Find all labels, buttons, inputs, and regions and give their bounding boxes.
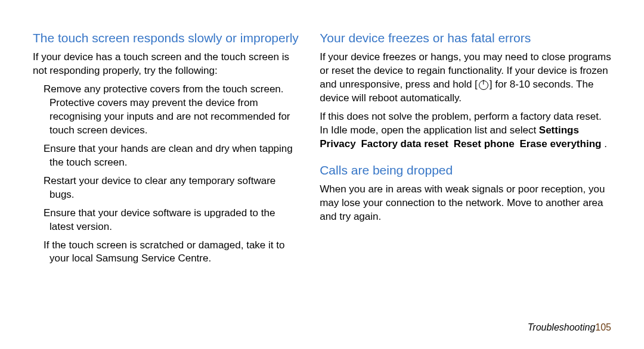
left-column: The touch screen responds slowly or impr… xyxy=(33,30,302,334)
heading-freezes: Your device freezes or has fatal errors xyxy=(320,30,611,46)
freezes-para2-suffix: . xyxy=(604,138,607,149)
menu-step: Settings xyxy=(539,124,579,136)
list-item: Restart your device to clear any tempora… xyxy=(33,174,302,202)
footer-page-number: 105 xyxy=(595,322,611,332)
menu-step: Privacy xyxy=(320,138,356,149)
touchscreen-intro: If your device has a touch screen and th… xyxy=(33,51,302,78)
footer-section: Troubleshooting xyxy=(528,322,596,332)
heading-touchscreen: The touch screen responds slowly or impr… xyxy=(33,30,302,46)
list-item: Ensure that your hands are clean and dry… xyxy=(33,142,302,170)
list-item: Remove any protective covers from the to… xyxy=(33,83,302,138)
freezes-para1: If your device freezes or hangs, you may… xyxy=(320,51,611,105)
menu-step: Reset phone xyxy=(454,138,515,149)
menu-step: Factory data reset xyxy=(361,138,448,149)
freezes-para2: If this does not solve the problem, perf… xyxy=(320,110,611,151)
power-icon xyxy=(479,80,488,90)
list-item: If the touch screen is scratched or dama… xyxy=(33,239,302,266)
touchscreen-list: Remove any protective covers from the to… xyxy=(33,83,302,266)
calls-para: When you are in areas with weak signals … xyxy=(320,183,611,224)
list-item: Ensure that your device software is upgr… xyxy=(33,207,302,234)
menu-step: Erase everything xyxy=(519,138,601,149)
right-column: Your device freezes or has fatal errors … xyxy=(320,30,611,334)
footer: Troubleshooting105 xyxy=(528,321,611,334)
heading-calls: Calls are being dropped xyxy=(320,162,611,178)
